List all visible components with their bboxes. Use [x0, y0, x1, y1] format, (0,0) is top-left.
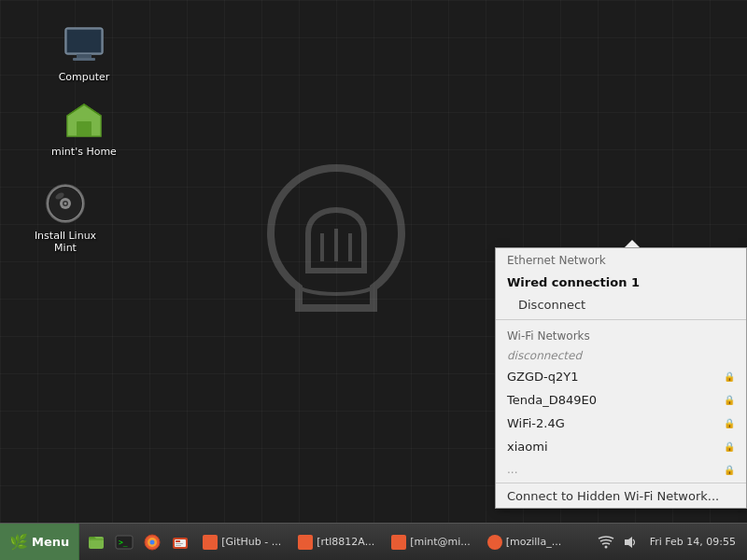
ethernet-section-header: Ethernet Network	[496, 248, 746, 271]
wifi-name-1: GZGD-q2Y1	[507, 370, 579, 384]
home-desktop-icon[interactable]: mint's Home	[47, 93, 121, 161]
wifi-lock-icon-3: 🔒	[724, 418, 735, 428]
wifi-section-header: Wi-Fi Networks	[496, 324, 746, 346]
computer-desktop-icon[interactable]: Computer	[47, 19, 121, 87]
start-menu-button[interactable]: 🌿 Menu	[0, 524, 79, 560]
network-tray-icon[interactable]	[596, 532, 616, 553]
wifi-name-2: Tenda_D849E0	[507, 393, 597, 407]
taskbar: 🌿 Menu >_	[0, 523, 747, 560]
svg-rect-20	[176, 543, 183, 544]
home-folder-icon	[62, 97, 106, 142]
wired-connection-item[interactable]: Wired connection 1	[496, 271, 746, 294]
system-clock[interactable]: Fri Feb 14, 09:55	[644, 536, 741, 548]
taskbar-rtl-button[interactable]: [rtl8812A...	[290, 525, 382, 559]
desktop: Computer mint's Home Install Linux	[0, 0, 747, 523]
wifi-lock-icon-1: 🔒	[724, 371, 735, 382]
connect-hidden-item[interactable]: Connect to Hidden Wi-Fi Network...	[496, 483, 746, 508]
wifi-network-item[interactable]: xiaomi 🔒	[496, 435, 746, 458]
mint-btn-icon	[391, 535, 406, 550]
disconnect-label: Disconnect	[518, 298, 585, 312]
taskbar-mint-button[interactable]: [mint@mi...	[384, 525, 478, 559]
svg-rect-2	[77, 54, 92, 58]
terminal-quick-icon[interactable]: >_	[111, 529, 137, 555]
install-desktop-icon[interactable]: Install Linux Mint	[28, 177, 103, 258]
network-menu: Ethernet Network Wired connection 1 Disc…	[495, 247, 747, 509]
taskbar-firefox-button[interactable]: [mozilla_...	[480, 525, 569, 559]
rtl-btn-label: [rtl8812A...	[317, 536, 374, 548]
firefox-btn-label: [mozilla_...	[506, 536, 561, 548]
wifi-network-item[interactable]: WiFi-2.4G 🔒	[496, 412, 746, 435]
computer-icon	[62, 22, 106, 67]
volume-tray-icon[interactable]	[620, 532, 641, 553]
svg-point-23	[604, 545, 607, 548]
svg-rect-19	[176, 540, 180, 542]
wifi-name-partial: ...	[507, 463, 517, 476]
wifi-disconnected-label: disconnected	[496, 346, 746, 365]
disconnect-item[interactable]: Disconnect	[496, 294, 746, 315]
svg-point-16	[150, 539, 155, 544]
wifi-name-3: WiFi-2.4G	[507, 416, 565, 430]
svg-rect-21	[176, 545, 181, 546]
menu-arrow	[625, 240, 640, 247]
wired-connection-label: Wired connection 1	[507, 275, 640, 289]
svg-rect-1	[67, 30, 101, 52]
github-btn-icon	[203, 535, 218, 550]
wifi-lock-icon-4: 🔒	[724, 441, 735, 452]
svg-rect-22	[205, 538, 215, 547]
wifi-lock-icon-2: 🔒	[724, 395, 735, 405]
svg-point-9	[64, 203, 67, 205]
browser-quick-icon[interactable]	[139, 529, 165, 555]
wifi-network-partial[interactable]: ... 🔒	[496, 458, 746, 481]
svg-text:>_: >_	[119, 539, 128, 547]
taskbar-tray: Fri Feb 14, 09:55	[590, 524, 747, 560]
install-icon-label: Install Linux Mint	[32, 230, 99, 254]
wifi-network-item[interactable]: Tenda_D849E0 🔒	[496, 388, 746, 412]
files-quick-icon[interactable]	[83, 529, 109, 555]
wifi-network-item[interactable]: GZGD-q2Y1 🔒	[496, 365, 746, 388]
github-btn-label: [GitHub - ...	[221, 536, 281, 548]
svg-rect-4	[77, 121, 92, 136]
mint-start-icon: 🌿	[9, 533, 28, 551]
start-label: Menu	[32, 535, 69, 549]
menu-separator-1	[496, 319, 746, 320]
mint-logo	[243, 149, 430, 336]
computer-icon-label: Computer	[59, 71, 110, 83]
wifi-lock-icon-partial: 🔒	[724, 465, 735, 475]
install-icon	[43, 181, 88, 226]
rtl-btn-icon	[298, 535, 313, 550]
firefox-btn-icon	[487, 535, 502, 550]
software-quick-icon[interactable]	[167, 529, 193, 555]
mint-btn-label: [mint@mi...	[410, 536, 471, 548]
svg-rect-3	[73, 58, 95, 61]
taskbar-items: [GitHub - ... [rtl8812A... [mint@mi... […	[194, 524, 589, 560]
home-icon-label: mint's Home	[51, 146, 117, 158]
connect-hidden-label: Connect to Hidden Wi-Fi Network...	[507, 489, 719, 503]
taskbar-github-button[interactable]: [GitHub - ...	[195, 525, 289, 559]
wifi-name-4: xiaomi	[507, 440, 548, 454]
svg-marker-24	[625, 537, 632, 548]
